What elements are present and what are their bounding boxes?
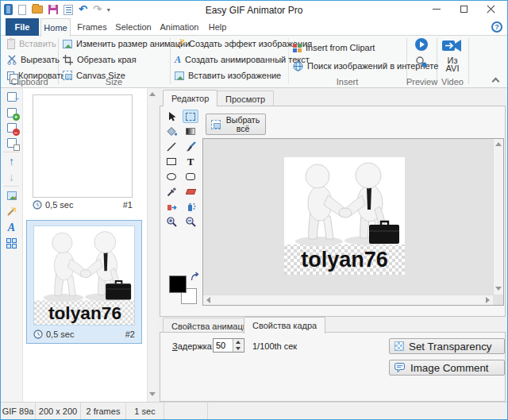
globe-icon: [293, 61, 303, 71]
eyedropper-tool[interactable]: [164, 185, 179, 198]
rounded-rect-tool[interactable]: [183, 170, 198, 183]
foreground-color-swatch[interactable]: [169, 276, 187, 293]
zoom-in-tool[interactable]: [164, 215, 179, 229]
editor-canvas[interactable]: tolyan76: [202, 138, 504, 306]
frames-scrollbar[interactable]: [147, 88, 157, 402]
frame-1-meta: 0,5 sec #1: [33, 200, 133, 210]
tab-preview[interactable]: Просмотр: [217, 91, 274, 107]
frame-1-number: #1: [123, 200, 133, 210]
delete-frame-icon[interactable]: –: [5, 121, 18, 134]
insert-from-clipart-button[interactable]: Insert from Clipart: [293, 41, 375, 54]
fill-tool[interactable]: [164, 125, 179, 138]
insert-image-button[interactable]: Вставить изображение: [175, 69, 281, 82]
spray-tool[interactable]: [183, 200, 198, 214]
move-frame-up-icon[interactable]: ↑: [5, 154, 18, 168]
canvas-vertical-scrollbar[interactable]: [493, 139, 503, 295]
tab-frames[interactable]: Frames: [74, 18, 110, 36]
delay-up-button[interactable]: [233, 339, 243, 345]
from-avi-button[interactable]: Из AVI: [437, 37, 468, 72]
frame-2-image: tolyan76: [34, 226, 135, 326]
resize-animation-button[interactable]: Изменить размер анимации: [63, 37, 190, 50]
frame-toolbar: → + – ↑ ↓ A: [1, 88, 23, 402]
add-frame-icon[interactable]: +: [5, 106, 18, 119]
tab-home[interactable]: Home: [40, 18, 71, 37]
tab-editor[interactable]: Редактор: [163, 90, 217, 106]
frame-2-thumbnail[interactable]: tolyan76: [33, 225, 135, 326]
gradient-tool[interactable]: [183, 125, 198, 138]
clipart-icon: [293, 44, 302, 52]
resize-icon: [63, 40, 72, 48]
image-effect-icon[interactable]: [5, 205, 18, 218]
frame-2-duration: 0,5 sec: [46, 329, 74, 339]
extract-frames-icon[interactable]: →: [5, 90, 18, 103]
preview-play-icon[interactable]: [415, 38, 428, 51]
group-label-preview: Preview: [406, 77, 437, 87]
cut-button[interactable]: Вырезать: [7, 53, 60, 66]
line-tool[interactable]: [164, 140, 179, 153]
delay-label: Задержка:: [172, 341, 214, 351]
brush-tool[interactable]: [183, 140, 198, 153]
scissors-icon: [7, 55, 17, 65]
replace-color-tool[interactable]: [164, 200, 179, 214]
select-all-icon: [211, 120, 221, 129]
video-camera-icon: [441, 37, 464, 55]
eraser-tool[interactable]: [183, 185, 198, 198]
move-frame-down-icon[interactable]: ↓: [5, 170, 18, 183]
animated-text-icon: A: [175, 55, 181, 64]
paste-button[interactable]: Вставить: [7, 37, 56, 50]
close-button[interactable]: [477, 1, 504, 17]
ellipse-tool[interactable]: [164, 170, 179, 183]
group-label-insert: Insert: [288, 77, 406, 87]
minimize-button[interactable]: [423, 1, 450, 17]
canvas-image[interactable]: tolyan76: [284, 157, 405, 275]
comment-icon: [394, 363, 406, 372]
create-animated-text-button[interactable]: A Создать анимированный текст: [175, 53, 310, 66]
tab-selection[interactable]: Selection: [112, 18, 155, 36]
tab-animation[interactable]: Animation: [156, 18, 202, 36]
delay-units: 1/100th сек: [252, 341, 297, 351]
app-window: ↶ ↷ ▾ Easy GIF Animator Pro File Home Fr…: [0, 0, 508, 420]
status-filler: [208, 403, 507, 419]
collapse-ribbon-icon[interactable]: [492, 78, 500, 86]
ribbon-tab-row: File Home Frames Selection Animation Hel…: [1, 18, 507, 36]
preview-settings-icon[interactable]: [415, 56, 428, 68]
image-comment-button[interactable]: Image Comment: [389, 360, 505, 376]
frame-2-selected[interactable]: tolyan76 0,5 sec #2: [26, 220, 142, 344]
delay-spinner[interactable]: [213, 338, 244, 353]
status-dimensions: 200 x 200: [36, 403, 81, 419]
swap-colors-icon[interactable]: [190, 272, 200, 282]
canvas-horizontal-scrollbar[interactable]: [203, 295, 493, 305]
status-duration: 1 sec: [126, 403, 164, 419]
delay-input[interactable]: [214, 339, 233, 352]
paste-icon: [7, 39, 15, 49]
manage-frames-icon[interactable]: [5, 237, 18, 250]
magic-wand-icon: [175, 39, 185, 48]
create-effect-button[interactable]: Создать эффект изображения: [175, 37, 312, 50]
frame-1-duration: 0,5 sec: [45, 200, 73, 210]
maximize-button[interactable]: [450, 1, 477, 17]
frame-1-thumbnail[interactable]: [33, 94, 133, 198]
group-label-video: Video: [437, 77, 468, 87]
clock-icon: [33, 200, 42, 210]
edit-frame-image-icon[interactable]: [5, 189, 18, 202]
crop-button[interactable]: Обрезать края: [63, 53, 137, 66]
tab-frame-properties[interactable]: Свойства кадра: [244, 317, 325, 333]
duplicate-frame-icon[interactable]: [5, 136, 18, 149]
select-tool[interactable]: [164, 110, 179, 123]
rectangle-tool[interactable]: [164, 155, 179, 168]
help-icon[interactable]: ?: [491, 21, 502, 33]
tab-file[interactable]: File: [6, 18, 39, 36]
marquee-tool[interactable]: [183, 110, 198, 123]
tab-help[interactable]: Help: [204, 18, 231, 36]
text-tool[interactable]: T: [183, 155, 198, 168]
title-bar: ↶ ↷ ▾ Easy GIF Animator Pro: [1, 1, 507, 18]
crop-icon: [63, 55, 73, 65]
select-all-button[interactable]: Выбрать всё: [206, 114, 266, 135]
zoom-out-tool[interactable]: [183, 215, 198, 229]
editor-page: T Выбрать всё: [160, 106, 506, 317]
delay-down-button[interactable]: [233, 345, 243, 352]
set-transparency-button[interactable]: Set Transparency: [389, 338, 505, 354]
add-text-icon[interactable]: A: [5, 221, 18, 234]
group-label-clipboard: Clipboard: [1, 77, 58, 87]
frames-panel: 0,5 sec #1: [23, 88, 147, 402]
